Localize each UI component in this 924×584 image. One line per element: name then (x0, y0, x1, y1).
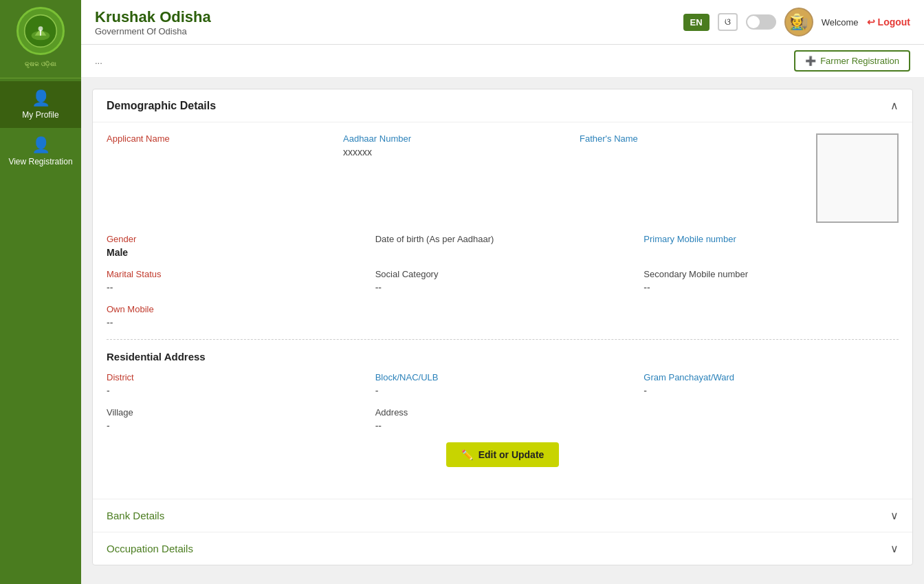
logout-icon: ↩ (867, 17, 875, 28)
breadcrumb-text: ... (95, 56, 102, 66)
registration-icon: 👤 (32, 136, 50, 154)
own-mobile-value: -- (107, 317, 362, 328)
gender-value: Male (107, 247, 362, 258)
applicant-name-label: Applicant Name (107, 133, 329, 144)
residential-row-1: District - Block/NAC/ULB - Gram Panchaya… (107, 372, 899, 396)
bank-details-collapse-icon (890, 509, 899, 522)
demographic-section-header: Demographic Details (93, 89, 912, 122)
bank-details-title: Bank Details (107, 510, 164, 521)
district-field: District - (107, 372, 362, 396)
demographic-row-2: Gender Male Date of birth (As per Aadhaa… (107, 234, 899, 258)
farmer-registration-button[interactable]: ➕ Farmer Registration (794, 50, 910, 72)
aadhaar-label: Aadhaar Number (343, 133, 566, 144)
marital-status-value: -- (107, 282, 362, 293)
demographic-collapse-icon[interactable] (890, 99, 899, 112)
aadhaar-value: xxxxxx (343, 147, 566, 158)
dob-field: Date of birth (As per Aadhaar) (375, 234, 630, 258)
header: Krushak Odisha Government Of Odisha EN ଓ… (81, 0, 924, 45)
address-label: Address (375, 407, 630, 418)
demographic-form: Applicant Name Aadhaar Number xxxxxx Fat… (93, 122, 912, 499)
header-right: EN ଓ 🧑‍🌾 Welcome ↩ Logout (683, 8, 910, 36)
own-mobile-field: Own Mobile -- (107, 304, 362, 328)
spacer2 (644, 304, 899, 328)
marital-status-field: Marital Status -- (107, 269, 362, 293)
secondary-mobile-label: Secondary Mobile number (644, 269, 899, 279)
applicant-photo (816, 133, 899, 223)
bank-details-section[interactable]: Bank Details (93, 499, 912, 532)
svg-point-2 (38, 26, 43, 31)
secondary-mobile-field: Secondary Mobile number -- (644, 269, 899, 293)
welcome-text: Welcome (822, 17, 859, 28)
edit-icon: ✏️ (461, 449, 473, 460)
marital-status-label: Marital Status (107, 269, 362, 279)
farmer-reg-icon: ➕ (805, 56, 816, 66)
farmer-reg-label: Farmer Registration (820, 56, 899, 66)
district-label: District (107, 372, 362, 382)
block-value: - (375, 385, 630, 396)
logout-button[interactable]: ↩ Logout (867, 17, 910, 28)
own-mobile-label: Own Mobile (107, 304, 362, 314)
aadhaar-field: Aadhaar Number xxxxxx (343, 133, 566, 223)
occupation-details-section[interactable]: Occupation Details (93, 532, 912, 565)
content-area: ... ➕ Farmer Registration Demographic De… (81, 45, 924, 584)
sidebar: କୃଷକ ଓଡ଼ିଶା 👤 My Profile 👤 View Registra… (0, 0, 81, 584)
primary-mobile-field: Primary Mobile number (644, 234, 899, 258)
primary-mobile-label: Primary Mobile number (644, 234, 899, 244)
sidebar-item-label-view-registration: View Registration (8, 157, 72, 166)
sidebar-item-view-registration[interactable]: 👤 View Registration (0, 128, 81, 175)
social-category-value: -- (375, 282, 630, 293)
village-label: Village (107, 407, 362, 418)
lang-en-button[interactable]: EN (683, 14, 710, 31)
theme-toggle[interactable] (746, 14, 776, 30)
secondary-mobile-value: -- (644, 282, 899, 293)
sidebar-item-my-profile[interactable]: 👤 My Profile (0, 81, 81, 128)
avatar: 🧑‍🌾 (784, 8, 813, 36)
village-value: - (107, 420, 362, 431)
gram-field: Gram Panchayat/Ward - (644, 372, 899, 396)
gender-field: Gender Male (107, 234, 362, 258)
edit-update-button[interactable]: ✏️ Edit or Update (446, 442, 560, 467)
sidebar-divider (0, 78, 81, 78)
lang-odia-button[interactable]: ଓ (718, 13, 738, 31)
app-subtitle: Government Of Odisha (95, 26, 211, 36)
dob-label: Date of birth (As per Aadhaar) (375, 234, 630, 244)
applicant-name-field: Applicant Name (107, 133, 329, 223)
main-content: Krushak Odisha Government Of Odisha EN ଓ… (81, 0, 924, 584)
demographic-title: Demographic Details (107, 100, 216, 112)
main-card: Demographic Details Applicant Name Aadha… (92, 89, 913, 565)
occupation-details-title: Occupation Details (107, 543, 193, 554)
content-topbar: ... ➕ Farmer Registration (81, 45, 924, 78)
residential-title: Residential Address (107, 351, 899, 363)
address-value: -- (375, 420, 630, 431)
village-field: Village - (107, 407, 362, 431)
district-value: - (107, 385, 362, 396)
block-label: Block/NAC/ULB (375, 372, 630, 382)
sidebar-item-label-my-profile: My Profile (22, 110, 58, 120)
logout-label: Logout (878, 17, 910, 28)
section-divider (107, 339, 899, 340)
fathers-name-label: Father's Name (580, 133, 802, 144)
brand: Krushak Odisha Government Of Odisha (95, 8, 211, 36)
social-category-field: Social Category -- (375, 269, 630, 293)
occupation-details-collapse-icon (890, 542, 899, 555)
fathers-name-field: Father's Name (580, 133, 802, 223)
gender-label: Gender (107, 234, 362, 244)
profile-icon: 👤 (32, 89, 50, 107)
app-title: Krushak Odisha (95, 8, 211, 26)
download-bar: 📄 Download Application Form (81, 576, 924, 584)
logo (16, 7, 65, 55)
demographic-row-3: Marital Status -- Social Category -- Sec… (107, 269, 899, 293)
block-field: Block/NAC/ULB - (375, 372, 630, 396)
spacer3 (644, 407, 899, 431)
breadcrumb: ... (95, 56, 102, 66)
edit-label: Edit or Update (478, 449, 544, 460)
spacer1 (375, 304, 630, 328)
residential-row-2: Village - Address -- (107, 407, 899, 431)
logo-text: କୃଷକ ଓଡ଼ିଶା (25, 61, 56, 68)
gram-label: Gram Panchayat/Ward (644, 372, 899, 382)
social-category-label: Social Category (375, 269, 630, 279)
address-field: Address -- (375, 407, 630, 431)
demographic-row-4: Own Mobile -- (107, 304, 899, 328)
gram-value: - (644, 385, 899, 396)
